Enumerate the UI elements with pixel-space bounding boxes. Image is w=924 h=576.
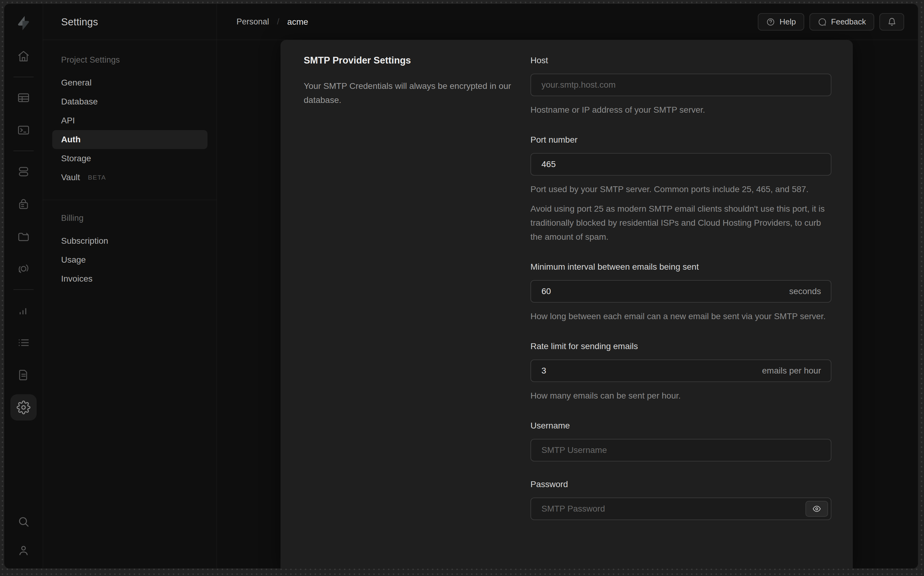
interval-input[interactable]: [530, 280, 831, 302]
panel-title: SMTP Provider Settings: [304, 54, 518, 67]
rail-search-button[interactable]: [10, 509, 37, 535]
field-host: Host Hostname or IP address of your SMTP…: [530, 54, 831, 117]
sidebar-nav: Project Settings General Database API Au…: [43, 40, 217, 288]
interval-helper: How long between each email can a new em…: [530, 309, 831, 323]
field-password: Password: [530, 478, 831, 520]
rate-helper: How many emails can be sent per hour.: [530, 389, 831, 403]
field-port: Port number Port used by your SMTP serve…: [530, 133, 831, 244]
breadcrumb-project[interactable]: acme: [287, 17, 308, 27]
port-warning: Avoid using port 25 as modern SMTP email…: [530, 202, 831, 244]
username-label: Username: [530, 419, 831, 432]
field-username: Username: [530, 419, 831, 461]
sidebar-item-general[interactable]: General: [52, 73, 208, 92]
rail-logs-button[interactable]: [10, 330, 37, 356]
rail-database-button[interactable]: [10, 158, 37, 185]
smtp-settings-panel: SMTP Provider Settings Your SMTP Credent…: [280, 40, 853, 568]
port-label: Port number: [530, 133, 831, 146]
password-label: Password: [530, 478, 831, 491]
topbar-actions: Help Feedback: [758, 13, 904, 30]
rail-auth-button[interactable]: [10, 191, 37, 217]
breadcrumb-separator: /: [277, 17, 280, 27]
sidebar-item-api[interactable]: API: [52, 111, 208, 130]
sidebar-item-database[interactable]: Database: [52, 92, 208, 111]
rail-edge-functions-button[interactable]: [10, 256, 37, 282]
storage-icon: [17, 230, 30, 243]
field-minimum-interval: Minimum interval between emails being se…: [530, 261, 831, 323]
search-icon: [17, 515, 30, 528]
rail-reports-button[interactable]: [10, 297, 37, 323]
reports-icon: [17, 304, 30, 317]
panel-description: Your SMTP Credentials will always be enc…: [304, 79, 517, 107]
home-icon: [17, 50, 30, 63]
rail-account-button[interactable]: [10, 537, 37, 563]
api-docs-icon: [17, 368, 30, 382]
rail-api-docs-button[interactable]: [10, 362, 37, 388]
section-header-billing: Billing: [43, 213, 217, 223]
port-helper: Port used by your SMTP server. Common po…: [530, 182, 831, 196]
feedback-button[interactable]: Feedback: [809, 13, 874, 30]
host-label: Host: [530, 54, 831, 67]
field-rate-limit: Rate limit for sending emails emails per…: [530, 340, 831, 403]
main-region: Personal / acme Help: [217, 4, 918, 568]
sidebar-header: Settings: [43, 4, 217, 40]
chat-bubble-icon: [818, 18, 827, 27]
notifications-button[interactable]: [879, 13, 904, 30]
smtp-form: Host Hostname or IP address of your SMTP…: [530, 40, 831, 568]
sidebar-item-subscription[interactable]: Subscription: [52, 232, 208, 250]
eye-icon: [812, 504, 822, 514]
sidebar-section-divider: [43, 200, 217, 200]
rail-divider: [13, 289, 34, 290]
sidebar-title: Settings: [61, 16, 98, 28]
app-window: Settings Project Settings General Databa…: [4, 4, 918, 569]
beta-badge: BETA: [88, 174, 106, 181]
supabase-bolt-icon: [16, 15, 32, 32]
panel-intro: SMTP Provider Settings Your SMTP Credent…: [280, 40, 530, 568]
rail-divider: [13, 77, 34, 77]
rate-label: Rate limit for sending emails: [530, 340, 831, 353]
port-input[interactable]: [530, 153, 831, 176]
database-icon: [17, 165, 30, 178]
edge-functions-icon: [17, 262, 30, 275]
rail-table-editor-button[interactable]: [10, 85, 37, 111]
help-button[interactable]: Help: [758, 13, 804, 30]
gear-icon: [16, 400, 30, 414]
username-input[interactable]: [530, 439, 831, 461]
rail-project-settings-button[interactable]: [10, 394, 37, 421]
section-header-project-settings: Project Settings: [43, 55, 217, 65]
rail-sql-editor-button[interactable]: [10, 117, 37, 143]
auth-lock-icon: [17, 197, 30, 211]
rail-divider: [13, 150, 34, 151]
host-input[interactable]: [530, 74, 831, 96]
rate-input[interactable]: [530, 360, 831, 382]
topbar: Personal / acme Help: [217, 4, 918, 40]
toggle-password-visibility-button[interactable]: [805, 501, 828, 517]
interval-label: Minimum interval between emails being se…: [530, 261, 831, 274]
icon-rail: [4, 4, 43, 568]
sidebar-item-usage[interactable]: Usage: [52, 250, 208, 269]
sql-editor-icon: [17, 123, 30, 137]
user-icon: [17, 544, 30, 557]
sidebar-item-storage[interactable]: Storage: [52, 149, 208, 168]
rail-storage-button[interactable]: [10, 223, 37, 250]
rail-home-button[interactable]: [10, 43, 37, 69]
host-helper: Hostname or IP address of your SMTP serv…: [530, 103, 831, 117]
breadcrumb-org[interactable]: Personal: [237, 17, 269, 27]
sidebar-item-vault[interactable]: Vault BETA: [52, 168, 208, 187]
content-area: SMTP Provider Settings Your SMTP Credent…: [217, 40, 918, 568]
sidebar-item-invoices[interactable]: Invoices: [52, 269, 208, 288]
logs-icon: [17, 336, 30, 349]
table-editor-icon: [17, 91, 30, 104]
sidebar-item-auth[interactable]: Auth: [52, 130, 208, 149]
bell-icon: [887, 17, 897, 27]
settings-sidebar: Settings Project Settings General Databa…: [43, 4, 217, 568]
breadcrumb: Personal / acme: [237, 17, 308, 27]
supabase-logo[interactable]: [15, 14, 32, 32]
help-circle-icon: [766, 18, 775, 27]
password-input[interactable]: [530, 498, 831, 520]
